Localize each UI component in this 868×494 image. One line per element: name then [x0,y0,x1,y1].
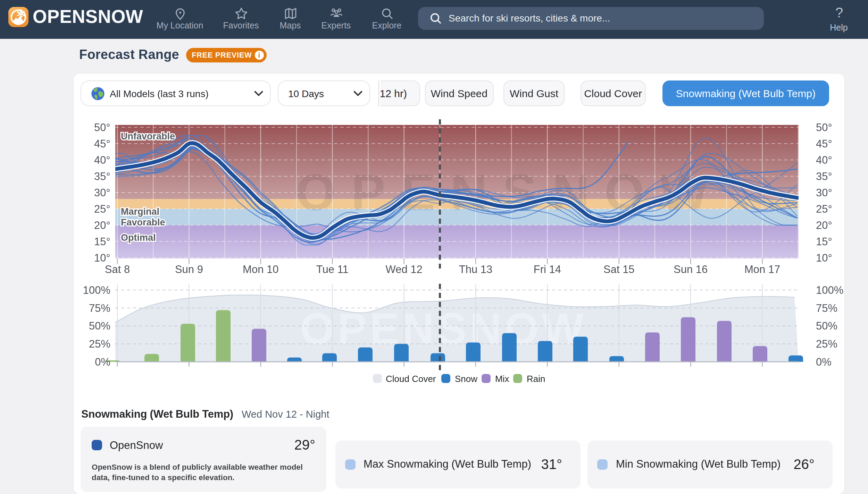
svg-text:0%: 0% [95,356,110,368]
svg-text:Snow: Snow [455,374,477,384]
svg-text:35°: 35° [94,170,110,182]
svg-text:Marginal: Marginal [121,206,159,217]
svg-text:Mix: Mix [495,374,509,384]
svg-text:Rain: Rain [527,374,545,384]
svg-text:Mon 10: Mon 10 [243,263,278,275]
svg-text:25°: 25° [94,203,110,215]
svg-text:Fri 14: Fri 14 [534,263,561,275]
svg-text:20°: 20° [816,219,832,231]
svg-text:30°: 30° [816,187,832,199]
svg-text:Cloud Cover: Cloud Cover [386,374,436,384]
svg-text:25%: 25% [816,338,837,350]
svg-text:Mon 17: Mon 17 [744,263,780,275]
svg-text:40°: 40° [94,154,110,166]
svg-text:Favorable: Favorable [121,217,165,228]
svg-text:100%: 100% [816,284,843,296]
svg-text:75%: 75% [89,302,110,314]
svg-text:15°: 15° [94,236,110,248]
svg-text:Sun 16: Sun 16 [674,263,708,275]
svg-text:35°: 35° [816,170,832,182]
svg-text:15°: 15° [816,236,832,248]
svg-text:Sat 15: Sat 15 [603,263,635,275]
svg-text:50%: 50% [89,320,110,332]
svg-text:50°: 50° [94,121,110,134]
svg-text:50°: 50° [816,121,832,134]
svg-text:75%: 75% [816,302,837,314]
svg-text:45°: 45° [94,138,110,150]
svg-text:Thu 13: Thu 13 [459,263,493,275]
svg-text:Wed 12: Wed 12 [385,263,422,275]
svg-text:Unfavorable: Unfavorable [121,131,175,142]
svg-text:50%: 50% [816,320,837,332]
svg-text:10°: 10° [816,252,832,264]
svg-text:10°: 10° [94,252,110,264]
svg-text:0%: 0% [816,356,832,368]
svg-text:20°: 20° [94,219,110,231]
svg-text:Tue 11: Tue 11 [316,263,349,275]
svg-text:Sun 9: Sun 9 [175,263,203,275]
svg-text:100%: 100% [83,284,110,296]
svg-text:45°: 45° [816,138,832,150]
svg-text:40°: 40° [816,154,832,166]
svg-text:Sat 8: Sat 8 [105,263,130,275]
svg-text:25°: 25° [816,203,832,215]
svg-text:25%: 25% [89,338,110,350]
svg-text:Optimal: Optimal [121,232,156,243]
svg-text:30°: 30° [94,187,110,199]
